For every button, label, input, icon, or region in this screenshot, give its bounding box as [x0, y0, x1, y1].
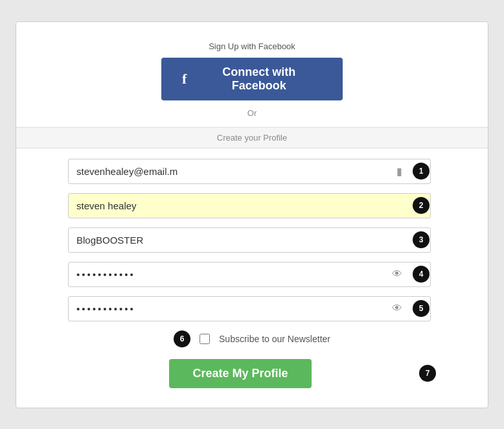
newsletter-row: 6 Subscribe to our Newsletter	[68, 330, 436, 347]
create-profile-button[interactable]: Create My Profile	[169, 359, 311, 388]
badge-2: 2	[413, 197, 430, 214]
username-input[interactable]	[68, 227, 431, 253]
email-input[interactable]	[68, 159, 431, 184]
facebook-connect-button[interactable]: f Connect with Facebook	[161, 58, 343, 100]
username-row: 3	[68, 227, 436, 253]
facebook-button-label: Connect with Facebook	[196, 65, 322, 93]
create-profile-label: Create My Profile	[192, 367, 288, 380]
badge-6: 6	[174, 330, 190, 347]
eye-icon: 👁	[392, 268, 402, 280]
newsletter-label: Subscribe to our Newsletter	[219, 334, 330, 344]
badge-1: 1	[413, 163, 430, 180]
create-btn-wrapper: Create My Profile 7	[68, 359, 436, 388]
create-profile-bar: Create your Profile	[16, 127, 488, 148]
page-wrapper: Sign Up with Facebook f Connect with Fac…	[0, 0, 504, 429]
calendar-icon: ▮	[396, 165, 402, 178]
facebook-section: Sign Up with Facebook f Connect with Fac…	[16, 35, 488, 127]
form-section: ▮ 1 2 3 👁 4 👁 5	[16, 159, 488, 388]
badge-3: 3	[413, 231, 430, 248]
password-input[interactable]	[68, 262, 431, 287]
newsletter-checkbox[interactable]	[200, 334, 210, 344]
badge-4: 4	[413, 266, 430, 283]
confirm-password-row: 👁 5	[68, 296, 436, 321]
name-row: 2	[68, 193, 436, 218]
password-row: 👁 4	[68, 262, 436, 287]
name-input[interactable]	[68, 193, 431, 218]
eye-confirm-icon: 👁	[392, 303, 402, 314]
confirm-password-input[interactable]	[68, 296, 431, 321]
email-row: ▮ 1	[68, 159, 436, 184]
create-profile-label: Create your Profile	[217, 133, 287, 143]
signup-label: Sign Up with Facebook	[209, 41, 295, 51]
badge-5: 5	[413, 300, 430, 317]
signup-card: Sign Up with Facebook f Connect with Fac…	[16, 21, 488, 408]
or-divider: Or	[247, 108, 257, 118]
badge-7: 7	[419, 365, 436, 382]
facebook-icon: f	[182, 71, 187, 87]
